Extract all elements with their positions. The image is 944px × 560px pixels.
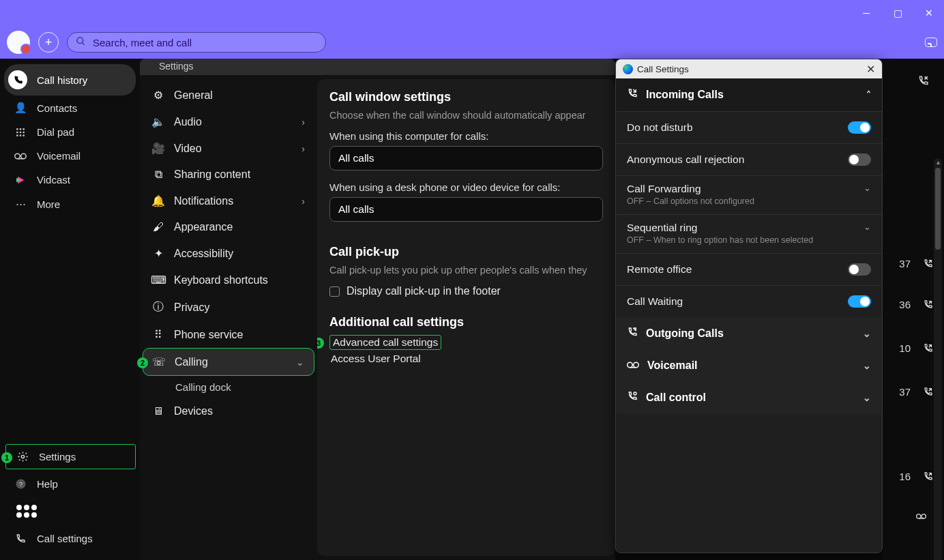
maximize-button[interactable]: ▢ [888, 5, 907, 20]
list-item[interactable]: 37 [899, 258, 933, 269]
scroll-up-icon[interactable]: ▴ [934, 158, 942, 166]
pickup-checkbox-label: Display call pick-up in the footer [346, 285, 501, 297]
svg-point-6 [20, 131, 22, 133]
devices-icon: 🖥 [152, 405, 164, 417]
contacts-icon: 👤 [14, 102, 27, 114]
nav-label: Call history [37, 74, 87, 86]
cat-label: Notifications [174, 195, 233, 207]
app-grid-icon [16, 505, 37, 518]
toggle-remote-office[interactable] [848, 263, 871, 276]
avatar[interactable] [7, 31, 30, 54]
scrollbar[interactable]: ▴ ▾ [934, 158, 942, 560]
dialpad-icon: ⠿ [152, 328, 164, 341]
svg-point-8 [16, 134, 18, 136]
cat-keyboard[interactable]: ⌨Keyboard shortcuts [143, 267, 314, 293]
scroll-thumb[interactable] [935, 168, 941, 250]
svg-point-12 [21, 153, 27, 159]
list-item[interactable]: 36 [899, 299, 933, 310]
chevron-down-icon: ⌄ [863, 328, 871, 339]
nav-app-grid[interactable] [4, 499, 136, 524]
nav-call-history[interactable]: Call history [4, 64, 136, 95]
cat-general[interactable]: ⚙General [143, 82, 314, 108]
section-label: Call control [646, 392, 706, 404]
item-number: 16 [899, 471, 911, 482]
cat-calling[interactable]: ☏Calling⌄ [143, 348, 314, 376]
list-item-partial[interactable] [916, 513, 926, 523]
missed-call-icon[interactable] [917, 75, 929, 89]
toggle-call-waiting[interactable] [848, 295, 871, 308]
section-outgoing-calls[interactable]: Outgoing Calls ⌄ [616, 317, 882, 350]
new-action-button[interactable]: + [38, 32, 59, 53]
svg-point-4 [23, 128, 25, 130]
cat-audio[interactable]: 🔈Audio› [143, 108, 314, 135]
chevron-right-icon: › [301, 117, 305, 128]
nav-vidcast[interactable]: Vidcast [4, 168, 136, 192]
nav-contacts[interactable]: 👤 Contacts [4, 95, 136, 120]
section-voicemail[interactable]: Voicemail ⌄ [616, 350, 882, 381]
voicemail-icon [14, 152, 27, 160]
select-computer-calls[interactable]: All calls [329, 146, 603, 171]
settings-window-tab[interactable]: Settings [140, 59, 615, 75]
link-access-user-portal[interactable]: Access User Portal [329, 350, 603, 368]
cat-calling-dock[interactable]: Calling dock [143, 376, 314, 398]
close-window-button[interactable]: ✕ [919, 5, 939, 20]
nav-label: Call settings [37, 533, 93, 544]
select-desk-calls[interactable]: All calls [329, 197, 603, 222]
pickup-checkbox[interactable] [329, 286, 340, 297]
webex-logo-icon [623, 64, 633, 74]
svg-point-3 [20, 128, 22, 130]
chevron-down-icon: ⌄ [863, 360, 871, 371]
chevron-up-icon: ˄ [866, 89, 871, 100]
gear-icon: ⚙ [152, 89, 164, 102]
pickup-heading: Call pick-up [329, 245, 603, 259]
svg-point-10 [23, 134, 25, 136]
row-anon-reject: Anonymous call rejection [616, 143, 882, 175]
cat-notifications[interactable]: 🔔Notifications› [143, 188, 314, 214]
camera-icon: 🎥 [152, 142, 164, 155]
nav-dial-pad[interactable]: Dial pad [4, 120, 136, 144]
voicemail-icon [627, 359, 639, 372]
search-placeholder: Search, meet and call [93, 37, 192, 48]
row-call-forwarding[interactable]: Call Forwarding⌄ OFF – Call options not … [616, 175, 882, 214]
list-item[interactable]: 37 [899, 386, 933, 398]
chevron-down-icon: ⌄ [296, 357, 304, 368]
chevron-down-icon: ⌄ [864, 183, 871, 195]
nav-voicemail[interactable]: Voicemail [4, 144, 136, 168]
chevron-down-icon: ⌄ [863, 392, 871, 403]
cat-label: Video [174, 143, 202, 155]
cat-appearance[interactable]: 🖌Appearance [143, 214, 314, 240]
list-item[interactable]: 10 [899, 342, 933, 354]
cat-sharing[interactable]: ⧉Sharing content [143, 162, 314, 188]
cat-phone-service[interactable]: ⠿Phone service [143, 321, 314, 348]
popup-close-button[interactable]: ✕ [866, 63, 875, 76]
section-call-control[interactable]: Call control ⌄ [616, 381, 882, 414]
nav-help[interactable]: ? Help [4, 472, 136, 496]
section-incoming-calls[interactable]: Incoming Calls ˄ [616, 78, 882, 111]
left-nav: Call history 👤 Contacts Dial pad Voicema… [0, 59, 140, 560]
list-item[interactable]: 16 [899, 471, 933, 482]
toggle-dnd[interactable] [848, 121, 871, 134]
nav-call-settings[interactable]: Call settings [4, 527, 136, 550]
cat-video[interactable]: 🎥Video› [143, 135, 314, 162]
link-advanced-call-settings[interactable]: Advanced call settings [329, 335, 441, 350]
cast-icon[interactable] [925, 38, 937, 47]
nav-label: Contacts [37, 102, 77, 114]
call-settings-popup: Call Settings ✕ Incoming Calls ˄ Do not … [615, 59, 883, 553]
search-input[interactable]: Search, meet and call [67, 32, 326, 53]
svg-point-22 [634, 392, 636, 395]
nav-settings[interactable]: Settings [5, 444, 136, 469]
minimize-button[interactable]: ─ [857, 5, 876, 20]
svg-line-1 [82, 42, 84, 44]
svg-point-9 [20, 134, 22, 136]
cat-accessibility[interactable]: ✦Accessibility [143, 240, 314, 267]
row-sequential-ring[interactable]: Sequential ring⌄ OFF – When to ring opti… [616, 214, 882, 253]
popup-titlebar[interactable]: Call Settings ✕ [616, 59, 882, 78]
call-control-icon [627, 391, 638, 404]
phone-icon [8, 70, 27, 89]
cat-devices[interactable]: 🖥Devices [143, 398, 314, 424]
brush-icon: 🖌 [152, 221, 164, 233]
toggle-anon-reject[interactable] [848, 153, 871, 166]
nav-more[interactable]: ⋯ More [4, 192, 136, 216]
cat-label: Audio [174, 116, 202, 128]
cat-privacy[interactable]: ⓘPrivacy [143, 293, 314, 321]
